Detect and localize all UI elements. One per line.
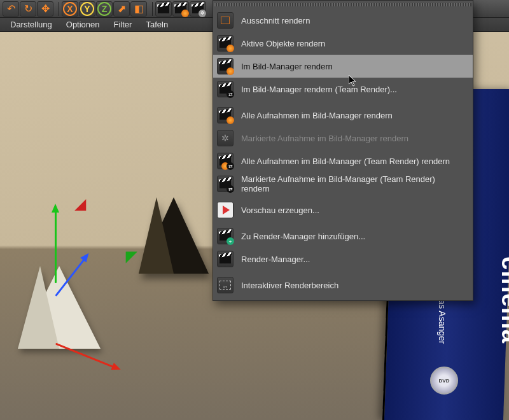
menu-label: Markierte Aufnahme im Bild-Manager rende… [241, 134, 408, 143]
menu-label: Zu Render-Manager hinzufügen... [241, 232, 365, 241]
pyramid-dark [139, 197, 209, 274]
axis-y-button[interactable]: Y [79, 1, 95, 17]
menu-interactive-region[interactable]: irr Interaktiver Renderbereich [213, 274, 473, 297]
menu-optionen[interactable]: Optionen [60, 18, 106, 31]
menu-label: Im Bild-Manager rendern [241, 62, 333, 71]
clap-plus-icon: ＋ [217, 228, 234, 244]
menu-label: Im Bild-Manager rendern (Team Render)... [241, 85, 397, 94]
gizmo-y-axis[interactable] [55, 210, 57, 283]
axis-z-icon: Z [97, 2, 111, 16]
redo-icon: ↻ [24, 4, 32, 14]
menu-label: Vorschau erzeugen... [241, 206, 319, 215]
cube-icon: ◧ [134, 4, 144, 14]
axis-x-icon: X [63, 2, 77, 16]
axis-x-button[interactable]: X [62, 1, 78, 17]
menu-render-marked-pv: ✲ Markierte Aufnahme im Bild-Manager ren… [213, 127, 473, 150]
redo-button[interactable]: ↻ [20, 1, 36, 17]
clapboard-orange-icon [174, 2, 188, 16]
menu-add-render-queue[interactable]: ＋ Zu Render-Manager hinzufügen... [213, 225, 473, 248]
render-settings-button[interactable]: ✲ [190, 1, 206, 17]
mini-gizmo-red: ◢ [75, 196, 86, 213]
clap-all-icon [217, 107, 234, 123]
menu-tafeln[interactable]: Tafeln [139, 18, 174, 31]
clapboard-gear-icon: ✲ [191, 2, 205, 16]
clap-marked-team-icon: ⇄ [217, 176, 234, 192]
menu-render-all-pv[interactable]: Alle Aufnahmen im Bild-Manager rendern [213, 104, 473, 127]
menu-render-queue[interactable]: Render-Manager... [213, 248, 473, 270]
play-icon [217, 202, 234, 218]
clap-active-icon [217, 35, 234, 52]
mini-gizmo-green: ◤ [126, 248, 137, 265]
clap-pv-icon [217, 58, 234, 74]
dvd-badge: DVD [430, 367, 458, 395]
menu-label: Ausschnitt rendern [241, 16, 310, 25]
menu-render-marked-pv-team[interactable]: ⇄ Markierte Aufnahme im Bild-Manager (Te… [213, 172, 473, 195]
menu-render-pv-team[interactable]: ⇄ Im Bild-Manager rendern (Team Render).… [213, 78, 473, 101]
coord-icon: ⬈ [118, 4, 126, 14]
menu-label: Alle Aufnahmen im Bild-Manager rendern [241, 111, 393, 120]
render-view-button[interactable] [155, 1, 172, 17]
dropdown-grip[interactable] [214, 3, 471, 6]
menu-render-region[interactable]: Ausschnitt rendern [213, 9, 473, 32]
clapboard-icon [157, 2, 171, 16]
menu-render-all-pv-team[interactable]: ⇄ Alle Aufnahmen im Bild-Manager (Team R… [213, 150, 473, 172]
cube-button[interactable]: ◧ [130, 1, 147, 17]
move-button[interactable]: ✥ [37, 1, 53, 17]
menu-darstellung[interactable]: Darstellung [4, 18, 59, 31]
clap-all-team-icon: ⇄ [217, 153, 234, 169]
axis-z-button[interactable]: Z [96, 1, 113, 17]
undo-button[interactable]: ↶ [3, 1, 19, 17]
clap-pv-team-icon: ⇄ [217, 81, 234, 97]
menu-label: Render-Manager... [241, 255, 310, 264]
gear-icon: ✲ [217, 130, 234, 146]
menu-label: Aktive Objekte rendern [241, 39, 325, 48]
move-icon: ✥ [41, 4, 50, 14]
render-dropdown: Ausschnitt rendern Aktive Objekte render… [213, 0, 473, 301]
clap-list-icon [217, 251, 234, 267]
axis-y-icon: Y [80, 2, 94, 16]
toolbar-divider-2 [152, 2, 153, 16]
toolbar-divider [59, 2, 59, 16]
menu-render-active[interactable]: Aktive Objekte rendern [213, 32, 473, 55]
coord-system-button[interactable]: ⬈ [113, 1, 130, 17]
irr-icon: irr [217, 277, 234, 293]
menu-make-preview[interactable]: Vorschau erzeugen... [213, 199, 473, 221]
menu-label: Markierte Aufnahme im Bild-Manager (Team… [241, 174, 465, 193]
render-picture-viewer-button[interactable] [172, 1, 189, 17]
book-title-text: cinema [496, 256, 509, 344]
menu-render-pv[interactable]: Im Bild-Manager rendern [213, 55, 473, 78]
menu-filter[interactable]: Filter [108, 18, 139, 31]
menu-label: Interaktiver Renderbereich [241, 281, 338, 290]
menu-label: Alle Aufnahmen im Bild-Manager (Team Ren… [241, 157, 450, 166]
undo-icon: ↶ [7, 4, 15, 14]
clap-region-icon [217, 12, 234, 29]
pyramid-light-selected [18, 266, 101, 349]
